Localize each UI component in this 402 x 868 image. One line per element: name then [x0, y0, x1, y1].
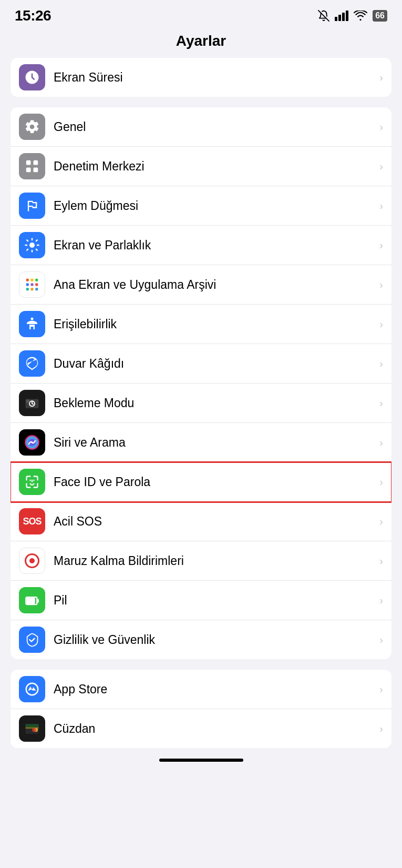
battery-icon: 66 — [373, 10, 387, 22]
svg-rect-13 — [26, 284, 29, 286]
sos-label: Acil SOS — [54, 514, 375, 529]
svg-rect-11 — [31, 279, 34, 281]
general-label: Genel — [54, 120, 375, 134]
svg-point-19 — [31, 318, 34, 320]
status-time: 15:26 — [15, 7, 51, 24]
screen-time-icon — [19, 64, 45, 90]
home-screen-icon — [19, 271, 45, 298]
svg-rect-28 — [27, 598, 35, 604]
settings-row-screen-time[interactable]: Ekran Süresi › — [11, 58, 391, 97]
svg-rect-6 — [26, 168, 31, 173]
svg-point-9 — [29, 243, 35, 248]
settings-row-accessibility[interactable]: Erişilebilirlik › — [11, 305, 391, 344]
svg-rect-24 — [26, 400, 29, 403]
svg-rect-18 — [35, 288, 38, 290]
control-center-label: Denetim Merkezi — [54, 159, 375, 174]
chevron-icon: › — [379, 200, 383, 212]
svg-rect-14 — [31, 284, 34, 286]
display-icon — [19, 232, 45, 258]
sos-text: SOS — [23, 516, 41, 527]
svg-rect-2 — [338, 15, 341, 21]
screen-time-group: Ekran Süresi › — [11, 58, 391, 97]
chevron-icon: › — [379, 160, 383, 173]
svg-rect-7 — [34, 160, 38, 165]
accessibility-label: Erişilebilirlik — [54, 317, 375, 331]
status-bar: 15:26 66 — [0, 0, 402, 28]
chevron-icon: › — [379, 437, 383, 449]
settings-row-privacy[interactable]: Gizlilik ve Güvenlik › — [11, 620, 391, 659]
svg-rect-27 — [37, 599, 39, 603]
accessibility-icon — [19, 311, 45, 337]
main-settings-group: Genel › Denetim Merkezi › Eylem Düğmesi … — [11, 107, 391, 659]
standby-label: Bekleme Modu — [54, 396, 375, 410]
exposure-label: Maruz Kalma Bildirimleri — [54, 554, 375, 568]
chevron-icon: › — [379, 239, 383, 251]
chevron-icon: › — [379, 594, 383, 607]
privacy-icon — [19, 627, 45, 653]
svg-rect-4 — [346, 11, 348, 21]
settings-row-display[interactable]: Ekran ve Parlaklık › — [11, 226, 391, 265]
battery-settings-icon — [19, 587, 45, 613]
signal-icon — [335, 11, 348, 21]
action-button-icon — [19, 193, 45, 219]
wallet-icon — [19, 715, 45, 742]
settings-row-standby[interactable]: Bekleme Modu › — [11, 383, 391, 423]
svg-rect-1 — [335, 17, 337, 21]
settings-row-home-screen[interactable]: Ana Ekran ve Uygulama Arşivi › — [11, 265, 391, 305]
sos-icon: SOS — [19, 508, 45, 534]
svg-rect-8 — [34, 168, 38, 173]
svg-rect-30 — [26, 724, 39, 727]
svg-point-33 — [32, 728, 36, 732]
exposure-dot — [25, 553, 39, 568]
general-icon — [19, 114, 45, 140]
settings-row-siri[interactable]: Siri ve Arama › — [11, 423, 391, 462]
standby-icon — [19, 390, 45, 416]
svg-line-0 — [318, 11, 329, 21]
svg-line-23 — [32, 403, 34, 404]
action-button-label: Eylem Düğmesi — [54, 199, 375, 213]
chevron-icon: › — [379, 634, 383, 646]
svg-rect-15 — [35, 284, 38, 286]
privacy-label: Gizlilik ve Güvenlik — [54, 633, 375, 647]
status-icons: 66 — [318, 10, 387, 22]
settings-row-battery[interactable]: Pil › — [11, 581, 391, 620]
battery-label: Pil — [54, 593, 375, 608]
appstore-label: App Store — [54, 682, 375, 697]
control-center-icon — [19, 153, 45, 179]
page-title: Ayarlar — [0, 28, 402, 58]
settings-row-control-center[interactable]: Denetim Merkezi › — [11, 147, 391, 186]
home-screen-label: Ana Ekran ve Uygulama Arşivi — [54, 278, 375, 292]
chevron-icon: › — [379, 279, 383, 291]
chevron-icon: › — [379, 476, 383, 488]
settings-row-exposure[interactable]: Maruz Kalma Bildirimleri › — [11, 541, 391, 581]
settings-row-wallpaper[interactable]: Duvar Kâğıdı › — [11, 344, 391, 383]
wifi-icon — [354, 11, 367, 21]
siri-label: Siri ve Arama — [54, 436, 375, 450]
svg-rect-17 — [31, 288, 34, 290]
wallpaper-icon — [19, 350, 45, 377]
home-indicator — [159, 759, 243, 762]
settings-row-action-button[interactable]: Eylem Düğmesi › — [11, 186, 391, 226]
settings-row-sos[interactable]: SOS Acil SOS › — [11, 502, 391, 541]
exposure-icon — [19, 548, 45, 574]
settings-row-general[interactable]: Genel › — [11, 107, 391, 147]
svg-rect-10 — [26, 279, 29, 281]
bell-mute-icon — [318, 10, 329, 22]
faceid-icon — [19, 469, 45, 495]
apps-settings-group: App Store › Cüzdan › — [11, 670, 391, 748]
chevron-icon: › — [379, 72, 383, 84]
svg-rect-12 — [35, 279, 38, 281]
wallet-label: Cüzdan — [54, 722, 375, 736]
chevron-icon: › — [379, 555, 383, 567]
chevron-icon: › — [379, 723, 383, 735]
chevron-icon: › — [379, 683, 383, 695]
battery-percentage: 66 — [373, 10, 387, 22]
settings-row-appstore[interactable]: App Store › — [11, 670, 391, 709]
settings-row-faceid[interactable]: Face ID ve Parola › — [11, 462, 391, 502]
settings-row-wallet[interactable]: Cüzdan › — [11, 709, 391, 748]
chevron-icon: › — [379, 516, 383, 528]
chevron-icon: › — [379, 397, 383, 409]
appstore-icon — [19, 676, 45, 702]
siri-icon — [19, 429, 45, 456]
chevron-icon: › — [379, 358, 383, 370]
